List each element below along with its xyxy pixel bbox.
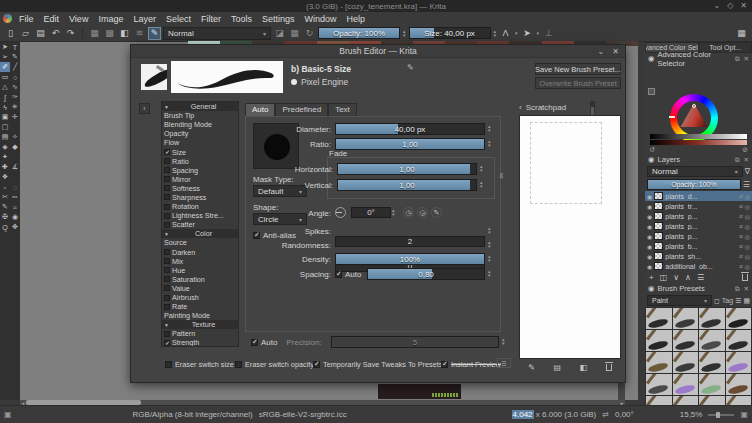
- toolbox-tool[interactable]: ✑: [10, 92, 20, 102]
- canvas-angle[interactable]: 0,00°: [615, 410, 634, 419]
- dialog-titlebar[interactable]: Brush Editor — Krita ⌄ ✕: [131, 45, 625, 58]
- brush-setting-row[interactable]: ▼ Source: [162, 238, 238, 247]
- toolbox-tool[interactable]: ▣: [0, 112, 10, 122]
- zoom-level[interactable]: 15,5%: [680, 410, 703, 419]
- brush-tip-tab[interactable]: Auto: [245, 103, 275, 116]
- brush-preset-cell[interactable]: [673, 308, 699, 329]
- setting-checkbox[interactable]: [164, 249, 170, 255]
- opacity-spinner[interactable]: ▴▾: [402, 29, 407, 37]
- layer-visibility-icon[interactable]: ◉: [647, 223, 652, 230]
- close-panel-icon[interactable]: ✕: [744, 285, 749, 293]
- brush-setting-row[interactable]: ▼ Opacity: [162, 129, 238, 138]
- scratchpad-canvas[interactable]: [519, 115, 621, 359]
- menu-item[interactable]: Tools: [226, 14, 257, 24]
- scratchpad-fill-icon[interactable]: ◧: [580, 363, 588, 372]
- setting-checkbox[interactable]: [164, 185, 170, 191]
- swap-dimensions-icon[interactable]: ⇄: [602, 410, 609, 419]
- brush-setting-row[interactable]: ▼ Painting Mode: [162, 311, 238, 320]
- brush-setting-row[interactable]: ▼ Flow: [162, 138, 238, 147]
- layer-row[interactable]: ◉ plants_p... α ◎: [645, 231, 752, 241]
- eraser-switch-size-row[interactable]: Eraser switch size: [165, 360, 234, 369]
- image-dimensions[interactable]: 4.042 x 6.000 (3.0 GiB): [512, 410, 597, 419]
- brush-setting-row[interactable]: ▼ Sharpness: [162, 193, 238, 202]
- size-slider[interactable]: Size: 40,00 px: [409, 27, 491, 39]
- brush-setting-row[interactable]: ▼ Brush Tip: [162, 111, 238, 120]
- eraser-switch-opacity-row[interactable]: Eraser switch opacity: [235, 360, 314, 369]
- brush-preset-cell[interactable]: [673, 352, 699, 373]
- scratchpad-paint-icon[interactable]: ✎: [528, 363, 535, 372]
- layer-alpha-icon[interactable]: α: [739, 223, 742, 230]
- toolbox-tool[interactable]: ✳: [10, 102, 20, 112]
- setting-checkbox[interactable]: [164, 304, 170, 310]
- brush-setting-row[interactable]: ▼ Hue: [162, 266, 238, 275]
- setting-checkbox[interactable]: [164, 158, 170, 164]
- toolbox-tool[interactable]: ≈: [10, 202, 20, 212]
- toolbox-tool[interactable]: ∿: [10, 82, 20, 92]
- auto-precision-checkbox[interactable]: [251, 339, 258, 346]
- toolbox-tool[interactable]: ➤: [0, 42, 10, 52]
- diameter-slider[interactable]: 40,00 px: [335, 123, 485, 135]
- scratchpad-load-icon[interactable]: ▤: [554, 363, 562, 372]
- brush-setting-row[interactable]: ▼ Value: [162, 284, 238, 293]
- toolbox-tool[interactable]: [10, 172, 20, 182]
- add-layer-icon[interactable]: +: [649, 273, 654, 282]
- link-fade-icon[interactable]: ∞: [497, 173, 506, 179]
- layer-opacity-slider[interactable]: Opacity: 100%: [647, 179, 741, 190]
- zoom-slider-thumb[interactable]: [716, 412, 720, 418]
- dialog-shade-button[interactable]: ⌄: [598, 47, 605, 56]
- menu-item[interactable]: Select: [161, 14, 196, 24]
- brush-preset-cell[interactable]: [699, 330, 725, 351]
- brush-preset-cell[interactable]: [726, 374, 752, 395]
- setting-checkbox[interactable]: [164, 285, 170, 291]
- mirror-horizontal-icon[interactable]: ➤: [521, 27, 534, 40]
- setting-checkbox[interactable]: [164, 258, 170, 264]
- toolbox-tool[interactable]: ▤: [0, 132, 10, 142]
- layer-alpha-icon[interactable]: α: [739, 213, 742, 220]
- move-layer-down-icon[interactable]: ∨: [673, 273, 679, 282]
- toolbox-tool[interactable]: ∡: [10, 162, 20, 172]
- layer-alpha-icon[interactable]: α: [739, 243, 742, 250]
- menu-item[interactable]: Help: [342, 14, 371, 24]
- spacing-auto-checkbox[interactable]: [335, 271, 342, 278]
- toolbox-tool[interactable]: ▫: [0, 182, 10, 192]
- layer-alpha-icon[interactable]: α: [739, 263, 742, 270]
- setting-checkbox[interactable]: [164, 340, 170, 346]
- move-layer-up-icon[interactable]: ∧: [685, 273, 691, 282]
- rotate-ccw-icon[interactable]: ◶: [417, 207, 428, 218]
- angle-spinner[interactable]: ▴▾: [392, 208, 395, 216]
- setting-checkbox[interactable]: [164, 176, 170, 182]
- brush-editor-toggle-icon[interactable]: ✎: [148, 27, 161, 40]
- gradient-icon[interactable]: ▩: [103, 27, 116, 40]
- toolbox-tool[interactable]: ✎: [10, 52, 20, 62]
- brush-setting-row[interactable]: ▼ Lightness Stre...: [162, 211, 238, 220]
- menu-item[interactable]: Edit: [39, 14, 65, 24]
- toolbox-tool[interactable]: ▭: [0, 72, 10, 82]
- brush-setting-row[interactable]: ▼ Darken: [162, 248, 238, 257]
- brush-preset-cell[interactable]: [646, 374, 672, 395]
- wrap-around-icon[interactable]: ⊥: [542, 27, 555, 40]
- ratio-spinner[interactable]: ▴▾: [488, 139, 491, 147]
- brush-preset-cell[interactable]: [673, 330, 699, 351]
- brush-preset-cell[interactable]: [726, 352, 752, 373]
- toolbox-tool[interactable]: ✠: [0, 212, 10, 222]
- tag-icon[interactable]: ◻: [714, 297, 720, 305]
- spikes-spinner[interactable]: ▴▾: [488, 226, 491, 234]
- toolbox-tool[interactable]: ✎: [0, 202, 10, 212]
- setting-checkbox[interactable]: [164, 295, 170, 301]
- brush-setting-row[interactable]: ▼ Softness: [162, 184, 238, 193]
- scratchpad-clear-icon[interactable]: [606, 364, 612, 371]
- menu-item[interactable]: View: [64, 14, 93, 24]
- acs-header[interactable]: ◉ Advanced Color Selector ⧉ ✕: [645, 53, 752, 64]
- layer-visibility-icon[interactable]: ◉: [647, 233, 652, 240]
- toolbox-tool[interactable]: ✛: [10, 112, 20, 122]
- layer-inherit-alpha-icon[interactable]: ◎: [745, 253, 750, 260]
- instant-preview-checkbox[interactable]: [441, 361, 448, 368]
- reload-preset-icon[interactable]: ↻: [303, 27, 316, 40]
- toolbox-tool[interactable]: ✂: [0, 192, 10, 202]
- toolbox-tool[interactable]: ◉: [10, 212, 20, 222]
- color-history-icon[interactable]: ↺: [649, 146, 655, 154]
- mirror-horizontal-arrow[interactable]: ▾: [536, 31, 541, 35]
- brush-setting-row[interactable]: ▼ Blending Mode: [162, 120, 238, 129]
- window-close-button[interactable]: ✕: [740, 1, 747, 11]
- brush-preset-cell[interactable]: [699, 374, 725, 395]
